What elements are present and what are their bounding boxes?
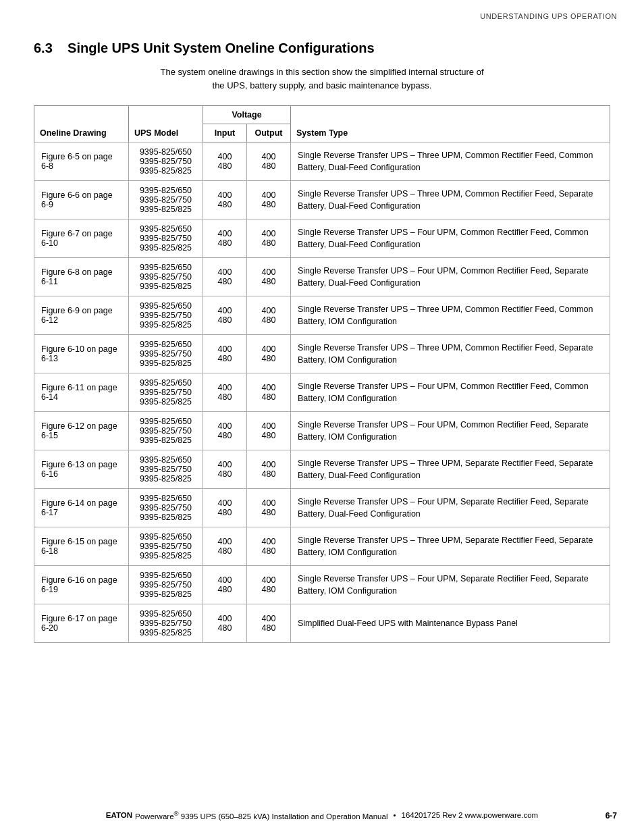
cell-model: 9395-825/650 9395-825/750 9395-825/825 (129, 450, 203, 489)
cell-input-voltage: 400 480 (203, 219, 247, 258)
cell-input-voltage: 400 480 (203, 142, 247, 181)
cell-input-voltage: 400 480 (203, 450, 247, 489)
cell-model: 9395-825/650 9395-825/750 9395-825/825 (129, 412, 203, 450)
intro-line1: The system oneline drawings in this sect… (160, 67, 483, 77)
col-header-voltage: Voltage (203, 106, 291, 124)
table-row: Figure 6-5 on page 6-89395-825/650 9395-… (34, 142, 610, 181)
table-row: Figure 6-10 on page 6-139395-825/650 939… (34, 335, 610, 373)
cell-output-voltage: 400 480 (247, 335, 291, 373)
section-heading: Single UPS Unit System Oneline Configura… (68, 41, 375, 55)
footer-part: 164201725 Rev 2 (402, 811, 463, 819)
cell-oneline: Figure 6-16 on page 6-19 (34, 566, 129, 604)
cell-oneline: Figure 6-13 on page 6-16 (34, 450, 129, 489)
cell-input-voltage: 400 480 (203, 604, 247, 643)
cell-model: 9395-825/650 9395-825/750 9395-825/825 (129, 489, 203, 527)
footer-brand: EATON (106, 811, 132, 819)
cell-model: 9395-825/650 9395-825/750 9395-825/825 (129, 373, 203, 412)
cell-model: 9395-825/650 9395-825/750 9395-825/825 (129, 181, 203, 219)
cell-model: 9395-825/650 9395-825/750 9395-825/825 (129, 604, 203, 643)
configurations-table: Oneline Drawing UPS Model Voltage System… (34, 105, 610, 643)
cell-output-voltage: 400 480 (247, 258, 291, 296)
cell-input-voltage: 400 480 (203, 566, 247, 604)
cell-input-voltage: 400 480 (203, 335, 247, 373)
section-intro: The system oneline drawings in this sect… (34, 66, 610, 92)
cell-output-voltage: 400 480 (247, 181, 291, 219)
cell-input-voltage: 400 480 (203, 258, 247, 296)
page-number: 6-7 (606, 811, 617, 820)
cell-output-voltage: 400 480 (247, 450, 291, 489)
cell-model: 9395-825/650 9395-825/750 9395-825/825 (129, 219, 203, 258)
cell-oneline: Figure 6-8 on page 6-11 (34, 258, 129, 296)
col-header-system: System Type (291, 106, 610, 142)
table-row: Figure 6-17 on page 6-209395-825/650 939… (34, 604, 610, 643)
footer-sep: • (393, 811, 396, 819)
cell-model: 9395-825/650 9395-825/750 9395-825/825 (129, 566, 203, 604)
section-title: 6.3 Single UPS Unit System Oneline Confi… (34, 41, 610, 56)
cell-model: 9395-825/650 9395-825/750 9395-825/825 (129, 258, 203, 296)
cell-oneline: Figure 6-11 on page 6-14 (34, 373, 129, 412)
section-number: 6.3 (34, 41, 53, 55)
cell-output-voltage: 400 480 (247, 412, 291, 450)
cell-input-voltage: 400 480 (203, 527, 247, 566)
cell-output-voltage: 400 480 (247, 373, 291, 412)
cell-oneline: Figure 6-6 on page 6-9 (34, 181, 129, 219)
table-row: Figure 6-12 on page 6-159395-825/650 939… (34, 412, 610, 450)
cell-output-voltage: 400 480 (247, 142, 291, 181)
table-row: Figure 6-9 on page 6-129395-825/650 9395… (34, 296, 610, 335)
table-row: Figure 6-6 on page 6-99395-825/650 9395-… (34, 181, 610, 219)
cell-input-voltage: 400 480 (203, 412, 247, 450)
cell-system-type: Simplified Dual-Feed UPS with Maintenanc… (291, 604, 610, 643)
cell-oneline: Figure 6-9 on page 6-12 (34, 296, 129, 335)
cell-system-type: Single Reverse Transfer UPS – Four UPM, … (291, 412, 610, 450)
cell-model: 9395-825/650 9395-825/750 9395-825/825 (129, 296, 203, 335)
cell-oneline: Figure 6-14 on page 6-17 (34, 489, 129, 527)
cell-system-type: Single Reverse Transfer UPS – Three UPM,… (291, 296, 610, 335)
table-row: Figure 6-11 on page 6-149395-825/650 939… (34, 373, 610, 412)
cell-model: 9395-825/650 9395-825/750 9395-825/825 (129, 335, 203, 373)
cell-output-voltage: 400 480 (247, 296, 291, 335)
cell-system-type: Single Reverse Transfer UPS – Three UPM,… (291, 142, 610, 181)
page-header: UNDERSTANDING UPS OPERATION (0, 0, 644, 20)
footer-website: www.powerware.com (465, 811, 539, 819)
header-text: UNDERSTANDING UPS OPERATION (480, 12, 617, 20)
cell-system-type: Single Reverse Transfer UPS – Four UPM, … (291, 219, 610, 258)
table-row: Figure 6-14 on page 6-179395-825/650 939… (34, 489, 610, 527)
table-row: Figure 6-15 on page 6-189395-825/650 939… (34, 527, 610, 566)
cell-oneline: Figure 6-15 on page 6-18 (34, 527, 129, 566)
cell-output-voltage: 400 480 (247, 604, 291, 643)
cell-input-voltage: 400 480 (203, 296, 247, 335)
cell-model: 9395-825/650 9395-825/750 9395-825/825 (129, 142, 203, 181)
cell-output-voltage: 400 480 (247, 489, 291, 527)
cell-system-type: Single Reverse Transfer UPS – Three UPM,… (291, 450, 610, 489)
cell-oneline: Figure 6-10 on page 6-13 (34, 335, 129, 373)
cell-input-voltage: 400 480 (203, 181, 247, 219)
cell-input-voltage: 400 480 (203, 489, 247, 527)
cell-model: 9395-825/650 9395-825/750 9395-825/825 (129, 527, 203, 566)
col-header-model: UPS Model (129, 106, 203, 142)
table-row: Figure 6-8 on page 6-119395-825/650 9395… (34, 258, 610, 296)
table-row: Figure 6-16 on page 6-199395-825/650 939… (34, 566, 610, 604)
col-header-oneline: Oneline Drawing (34, 106, 129, 142)
footer-product: Powerware® 9395 UPS (650–825 kVA) Instal… (135, 810, 387, 820)
cell-system-type: Single Reverse Transfer UPS – Four UPM, … (291, 373, 610, 412)
cell-output-voltage: 400 480 (247, 527, 291, 566)
cell-input-voltage: 400 480 (203, 373, 247, 412)
cell-system-type: Single Reverse Transfer UPS – Four UPM, … (291, 566, 610, 604)
cell-system-type: Single Reverse Transfer UPS – Three UPM,… (291, 527, 610, 566)
cell-system-type: Single Reverse Transfer UPS – Four UPM, … (291, 489, 610, 527)
cell-output-voltage: 400 480 (247, 566, 291, 604)
cell-oneline: Figure 6-17 on page 6-20 (34, 604, 129, 643)
cell-oneline: Figure 6-7 on page 6-10 (34, 219, 129, 258)
table-row: Figure 6-7 on page 6-109395-825/650 9395… (34, 219, 610, 258)
cell-oneline: Figure 6-12 on page 6-15 (34, 412, 129, 450)
table-row: Figure 6-13 on page 6-169395-825/650 939… (34, 450, 610, 489)
col-header-input: Input (203, 124, 247, 142)
intro-line2: the UPS, battery supply, and basic maint… (213, 80, 432, 90)
col-header-output: Output (247, 124, 291, 142)
cell-system-type: Single Reverse Transfer UPS – Four UPM, … (291, 258, 610, 296)
cell-system-type: Single Reverse Transfer UPS – Three UPM,… (291, 335, 610, 373)
cell-oneline: Figure 6-5 on page 6-8 (34, 142, 129, 181)
cell-output-voltage: 400 480 (247, 219, 291, 258)
cell-system-type: Single Reverse Transfer UPS – Three UPM,… (291, 181, 610, 219)
page-footer: EATON Powerware® 9395 UPS (650–825 kVA) … (0, 810, 644, 820)
